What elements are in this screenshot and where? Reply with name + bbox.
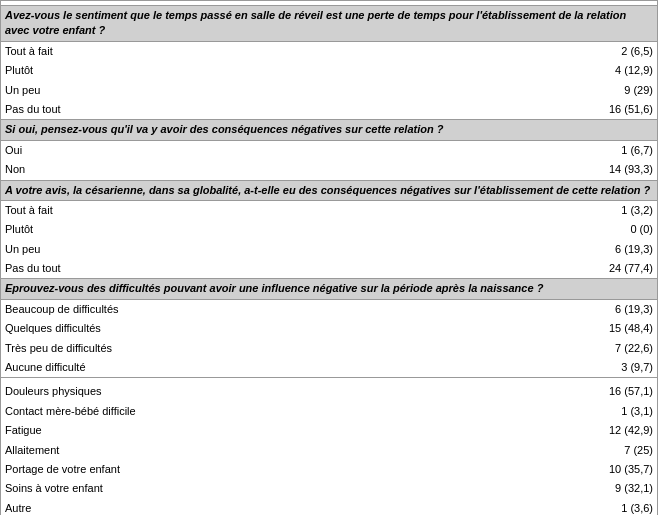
answer-value: 14 (93,3) bbox=[578, 160, 658, 180]
answer-label: Douleurs physiques bbox=[1, 382, 578, 401]
answer-label: Plutôt bbox=[1, 61, 578, 80]
answer-value: 24 (77,4) bbox=[578, 259, 658, 279]
answer-label: Pas du tout bbox=[1, 259, 578, 279]
answer-row: Portage de votre enfant 10 (35,7) bbox=[1, 460, 658, 479]
answer-label: Plutôt bbox=[1, 220, 578, 239]
answer-row: Douleurs physiques 16 (57,1) bbox=[1, 382, 658, 401]
answer-row: Plutôt 0 (0) bbox=[1, 220, 658, 239]
answer-row: Allaitement 7 (25) bbox=[1, 441, 658, 460]
question-text-q1: Avez-vous le sentiment que le temps pass… bbox=[1, 6, 658, 42]
answer-row: Pas du tout 24 (77,4) bbox=[1, 259, 658, 279]
answer-value: 6 (19,3) bbox=[578, 299, 658, 319]
answer-row: Tout à fait 2 (6,5) bbox=[1, 41, 658, 61]
answer-row: Quelques difficultés 15 (48,4) bbox=[1, 319, 658, 338]
answer-value: 12 (42,9) bbox=[578, 421, 658, 440]
answer-label: Quelques difficultés bbox=[1, 319, 578, 338]
answer-label: Tout à fait bbox=[1, 200, 578, 220]
answer-label: Soins à votre enfant bbox=[1, 479, 578, 498]
answer-label: Allaitement bbox=[1, 441, 578, 460]
answer-label: Un peu bbox=[1, 240, 578, 259]
answer-value: 9 (32,1) bbox=[578, 479, 658, 498]
answer-label: Contact mère-bébé difficile bbox=[1, 402, 578, 421]
question-text-q2: Si oui, pensez-vous qu'il va y avoir des… bbox=[1, 120, 658, 140]
answer-label: Aucune difficulté bbox=[1, 358, 578, 378]
answer-value: 0 (0) bbox=[578, 220, 658, 239]
answer-value: 10 (35,7) bbox=[578, 460, 658, 479]
answer-label: Non bbox=[1, 160, 578, 180]
answer-value: 4 (12,9) bbox=[578, 61, 658, 80]
answer-label: Beaucoup de difficultés bbox=[1, 299, 578, 319]
answer-row: Un peu 6 (19,3) bbox=[1, 240, 658, 259]
answer-label: Un peu bbox=[1, 81, 578, 100]
answer-label: Oui bbox=[1, 140, 578, 160]
question-row-q3: A votre avis, la césarienne, dans sa glo… bbox=[1, 180, 658, 200]
answer-row: Contact mère-bébé difficile 1 (3,1) bbox=[1, 402, 658, 421]
answer-row: Un peu 9 (29) bbox=[1, 81, 658, 100]
answer-label: Portage de votre enfant bbox=[1, 460, 578, 479]
answer-value: 3 (9,7) bbox=[578, 358, 658, 378]
main-table: Avez-vous le sentiment que le temps pass… bbox=[0, 0, 658, 515]
answer-row: Autre 1 (3,6) bbox=[1, 499, 658, 515]
answer-label: Fatigue bbox=[1, 421, 578, 440]
answer-value: 16 (57,1) bbox=[578, 382, 658, 401]
answer-value: 1 (3,6) bbox=[578, 499, 658, 515]
answer-label: Tout à fait bbox=[1, 41, 578, 61]
question-row-q2: Si oui, pensez-vous qu'il va y avoir des… bbox=[1, 120, 658, 140]
question-text-q4: Eprouvez-vous des difficultés pouvant av… bbox=[1, 279, 658, 299]
answer-row: Aucune difficulté 3 (9,7) bbox=[1, 358, 658, 378]
question-text-q3: A votre avis, la césarienne, dans sa glo… bbox=[1, 180, 658, 200]
answer-value: 7 (22,6) bbox=[578, 339, 658, 358]
answer-label: Pas du tout bbox=[1, 100, 578, 120]
answer-row: Pas du tout 16 (51,6) bbox=[1, 100, 658, 120]
answer-row: Beaucoup de difficultés 6 (19,3) bbox=[1, 299, 658, 319]
answer-value: 2 (6,5) bbox=[578, 41, 658, 61]
answer-value: 1 (3,1) bbox=[578, 402, 658, 421]
answer-row: Très peu de difficultés 7 (22,6) bbox=[1, 339, 658, 358]
answer-value: 1 (3,2) bbox=[578, 200, 658, 220]
question-row-q4: Eprouvez-vous des difficultés pouvant av… bbox=[1, 279, 658, 299]
answer-row: Fatigue 12 (42,9) bbox=[1, 421, 658, 440]
answer-value: 15 (48,4) bbox=[578, 319, 658, 338]
question-row-q1: Avez-vous le sentiment que le temps pass… bbox=[1, 6, 658, 42]
answer-value: 6 (19,3) bbox=[578, 240, 658, 259]
answer-value: 7 (25) bbox=[578, 441, 658, 460]
answer-value: 9 (29) bbox=[578, 81, 658, 100]
answer-value: 1 (6,7) bbox=[578, 140, 658, 160]
answer-row: Plutôt 4 (12,9) bbox=[1, 61, 658, 80]
answer-row: Oui 1 (6,7) bbox=[1, 140, 658, 160]
answer-row: Non 14 (93,3) bbox=[1, 160, 658, 180]
answer-row: Tout à fait 1 (3,2) bbox=[1, 200, 658, 220]
answer-label: Autre bbox=[1, 499, 578, 515]
answer-value: 16 (51,6) bbox=[578, 100, 658, 120]
answer-row: Soins à votre enfant 9 (32,1) bbox=[1, 479, 658, 498]
answer-label: Très peu de difficultés bbox=[1, 339, 578, 358]
